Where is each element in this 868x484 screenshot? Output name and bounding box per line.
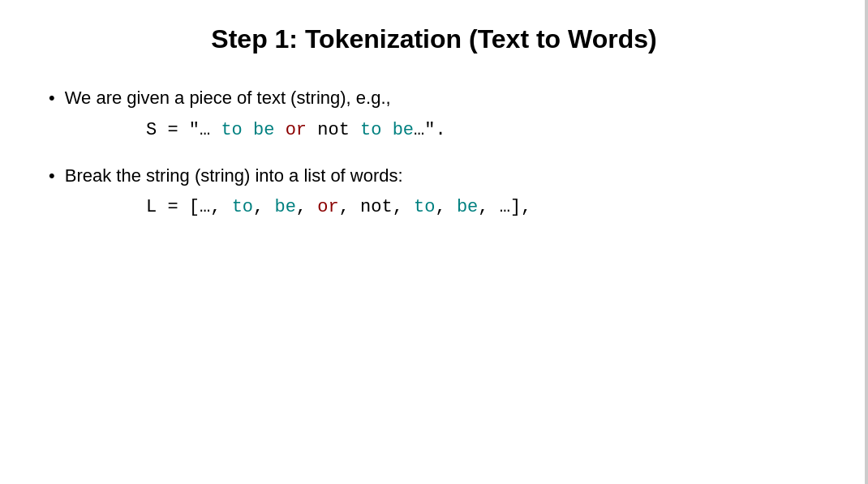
slide-title: Step 1: Tokenization (Text to Words): [49, 24, 819, 54]
bullet-section-1: • We are given a piece of text (string),…: [49, 87, 819, 140]
code-l-prefix: L = […,: [146, 197, 232, 217]
bullet-text-2: Break the string (string) into a list of…: [65, 165, 403, 188]
code-line-1: S = "… to be or not to be…".: [146, 120, 819, 140]
code-l-to-2: to: [414, 197, 435, 217]
code-comma-1: ,: [253, 197, 274, 217]
bullet-dot-2: •: [49, 165, 55, 188]
right-border: [865, 0, 868, 484]
bullet-section-2: • Break the string (string) into a list …: [49, 165, 819, 218]
code-l-to-1: to: [232, 197, 253, 217]
code-comma-2: ,: [296, 197, 317, 217]
code-l-not: not: [360, 197, 393, 217]
code-to-1: to: [221, 120, 253, 140]
bullet-text-1: We are given a piece of text (string), e…: [65, 87, 391, 110]
code-s-prefix: S = "…: [146, 120, 221, 140]
code-not: not: [317, 120, 360, 140]
code-l-be-2: be: [457, 197, 478, 217]
code-l-be-1: be: [274, 197, 295, 217]
code-s-suffix: …".: [414, 120, 446, 140]
code-or: or: [286, 120, 318, 140]
code-be-2: be: [393, 120, 414, 140]
bullet-item-1: • We are given a piece of text (string),…: [49, 87, 819, 110]
slide-container: Step 1: Tokenization (Text to Words) • W…: [0, 0, 868, 484]
code-l-or: or: [317, 197, 338, 217]
bullet-dot-1: •: [49, 87, 55, 110]
code-line-2: L = […, to, be, or, not, to, be, …],: [146, 197, 819, 217]
code-comma-3: ,: [339, 197, 360, 217]
code-l-suffix: , …],: [478, 197, 531, 217]
code-comma-4: ,: [393, 197, 414, 217]
code-be-1: be: [253, 120, 286, 140]
code-to-2: to: [360, 120, 393, 140]
code-comma-5: ,: [435, 197, 456, 217]
bullet-item-2: • Break the string (string) into a list …: [49, 165, 819, 188]
